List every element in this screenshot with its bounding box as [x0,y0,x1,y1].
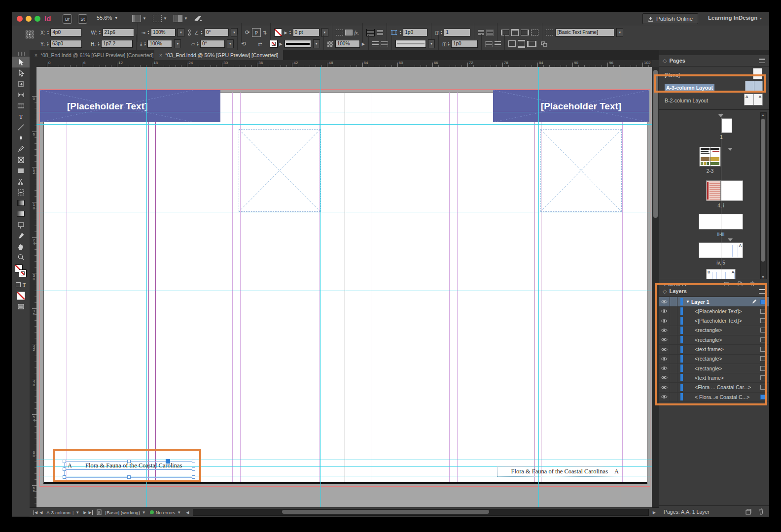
opacity-flyout-arrow[interactable]: ▶ [362,42,365,46]
drop-shadow-icon[interactable] [345,30,353,35]
scrollbar-thumb[interactable] [761,119,765,262]
visibility-eye-icon[interactable] [659,383,670,392]
pages-iv-5-thumbnail[interactable]: A [699,242,743,258]
selection-handle[interactable] [127,475,131,479]
selection-proxy[interactable] [760,337,765,342]
layer-item-row[interactable]: <[Placeholder Text]> [659,306,769,316]
pencil-tool[interactable] [12,143,30,154]
guide[interactable] [621,67,621,507]
stroke-style-select[interactable] [284,40,311,48]
layer-item-row[interactable]: <rectangle> [659,354,769,364]
object-style-select[interactable]: [Basic Text Frame] [555,29,614,36]
frame-tool[interactable] [12,154,30,165]
x-stepper[interactable]: ▴▾ [47,30,48,35]
free-transform-tool[interactable] [12,187,30,198]
line-tool[interactable] [12,122,30,133]
page-tool[interactable] [12,78,30,89]
text-wrap-none-icon[interactable] [366,29,375,36]
guide[interactable] [146,67,147,507]
panel-menu-icon[interactable] [759,59,765,63]
page-1-thumbnail[interactable] [721,118,732,133]
scale-x-dropdown[interactable]: ▼ [178,28,184,37]
frame-edges-dropdown[interactable]: ▼ [153,15,167,22]
applied-style-preview[interactable] [395,40,426,48]
applied-style-dropdown[interactable]: ▼ [428,39,435,48]
rotate-ccw-icon[interactable]: ⟲ [241,40,246,47]
visibility-eye-icon[interactable] [659,326,670,335]
align-bottom-icon[interactable] [485,41,493,47]
visibility-eye-icon[interactable] [659,354,670,364]
visibility-eye-icon[interactable] [659,373,670,382]
x-input[interactable]: 4p0 [50,29,82,36]
gutter-stepper[interactable]: ▴▾ [448,41,449,46]
align-center-icon[interactable] [486,30,494,36]
gradient-tool[interactable] [12,198,30,208]
first-page-button[interactable]: ◀ [34,510,37,515]
visibility-eye-icon[interactable] [659,392,670,401]
scroll-down-icon[interactable]: ▼ [761,275,765,279]
rectangle-tool[interactable] [12,165,30,176]
stroke-weight-input[interactable]: 0 pt [293,29,320,36]
selection-proxy[interactable] [760,328,765,332]
pages-scrollbar[interactable]: ▲ ▼ [760,112,767,280]
graphic-frame-placeholder[interactable] [540,129,622,212]
minimize-window-button[interactable] [26,16,32,22]
corner-options-icon[interactable] [336,30,343,35]
flip-horizontal-icon[interactable]: ⇅ [263,30,267,35]
tab-08-end[interactable]: × *08_End.indd @ 61% [GPU Preview] [Conv… [30,50,159,60]
visibility-eye-icon[interactable] [659,316,670,326]
selection-tool[interactable] [12,57,30,67]
page-i-thumbnail[interactable] [721,180,743,201]
selection-handle[interactable] [192,467,195,471]
fill-flyout-arrow[interactable]: ▶ [284,31,287,35]
preflight-status[interactable]: No errors ▼ [150,510,181,515]
stroke-weight-dropdown[interactable]: ▼ [321,28,328,37]
pages-partial-thumbnail[interactable]: B A [706,269,736,279]
apply-none-button[interactable] [12,290,30,301]
pages-panel-header[interactable]: ◇ Pages [659,55,769,66]
direct-selection-tool[interactable] [12,67,30,78]
eyedropper-tool[interactable] [12,230,30,241]
pages-2-3-thumbnail[interactable] [699,147,721,166]
lock-toggle-cell[interactable] [670,383,677,392]
selection-proxy[interactable] [760,318,765,323]
distribute-v-center-icon[interactable] [518,40,525,48]
header-bar-right[interactable]: [Placeholder Text] [493,90,649,122]
distribute-bottom-icon[interactable] [527,41,536,47]
visibility-eye-icon[interactable] [659,345,670,354]
columns-stepper[interactable]: ▴▾ [440,30,442,35]
layer-row[interactable]: ▼Layer 1 [659,297,769,307]
stroke-weight-stepper[interactable]: ▴▾ [289,30,291,35]
align-left-edges-icon[interactable] [501,30,509,35]
tab-03-end[interactable]: × *03_End.indd @ 56% [GPU Preview] [Conv… [154,50,283,60]
note-tool[interactable] [12,219,30,230]
layer-item-row[interactable]: <[Placeholder Text]> [659,316,769,326]
scrollbar-thumb[interactable] [653,70,658,218]
selection-proxy[interactable] [760,347,765,352]
tools-panel-grip[interactable] [17,52,25,56]
vertical-ruler[interactable]: 0612182430364248546066 [30,67,37,507]
content-collector-tool[interactable] [12,100,30,111]
stroke-flyout-arrow[interactable]: ▶ [280,42,283,46]
formatting-toggle[interactable]: T [12,279,30,290]
selection-proxy[interactable] [760,309,765,314]
canvas[interactable]: [Placeholder Text] [Placeholder Text] [36,67,652,507]
pen-tool[interactable] [12,133,30,143]
gpu-performance-button[interactable] [193,15,202,22]
visibility-eye-icon[interactable] [659,306,670,316]
screen-layout-dropdown[interactable]: ▼ [174,15,188,22]
align-h-center-icon[interactable] [511,29,519,36]
selection-handle[interactable] [63,467,66,471]
close-icon[interactable]: × [35,53,37,58]
gutter-input[interactable]: 1p0 [451,40,478,48]
stroke-color-swatch[interactable] [270,40,278,48]
layer-item-row[interactable]: <text frame> [659,373,769,383]
rotation-stepper[interactable]: ▴▾ [201,30,202,35]
object-style-icon[interactable] [546,30,553,35]
distribute-icon[interactable] [531,30,538,35]
text-wrap-jump-icon[interactable] [372,41,379,47]
bridge-button[interactable]: Br [63,14,72,24]
scale-x-stepper[interactable]: ▴▾ [147,30,149,35]
selection-handle[interactable] [127,460,131,463]
selection-proxy[interactable] [760,395,765,399]
